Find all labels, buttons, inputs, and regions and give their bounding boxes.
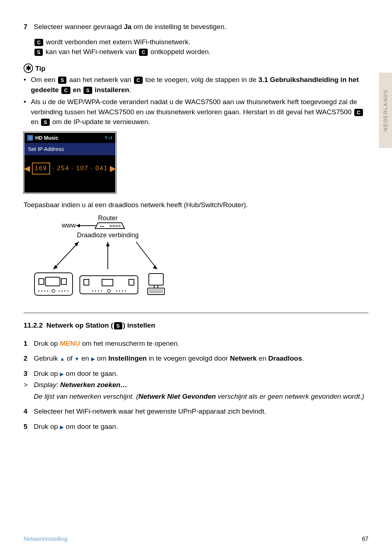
svg-rect-40 bbox=[149, 274, 163, 285]
side-tab-label: NEDERLANDS bbox=[382, 89, 389, 131]
right-arrow-icon bbox=[60, 424, 64, 430]
display-result-1: > Display: Netwerken zoeken… bbox=[24, 380, 368, 390]
badge-c-icon: C bbox=[134, 77, 143, 84]
svg-point-31 bbox=[107, 290, 110, 292]
badge-s-icon: S bbox=[83, 87, 92, 94]
svg-point-20 bbox=[41, 291, 42, 292]
result-line-c: C wordt verbonden met extern WiFi-thuisn… bbox=[34, 37, 368, 47]
section-divider bbox=[24, 313, 368, 313]
tip-heading: ✱ Tip bbox=[24, 63, 368, 74]
ip-left-arrow-icon: ◀ bbox=[24, 163, 30, 174]
badge-s-icon: S bbox=[58, 77, 66, 84]
svg-marker-1 bbox=[76, 224, 80, 227]
svg-point-24 bbox=[62, 291, 63, 292]
device-top-bar: ♫ HD Music Y.ıl bbox=[24, 133, 115, 143]
svg-point-26 bbox=[68, 291, 69, 292]
badge-s-icon: S bbox=[114, 322, 122, 329]
www-label: www bbox=[61, 222, 76, 229]
page-footer: Netwerkinstelling 67 bbox=[24, 535, 368, 543]
badge-c-icon: C bbox=[354, 109, 363, 116]
svg-point-34 bbox=[98, 291, 99, 292]
svg-point-32 bbox=[92, 291, 93, 292]
svg-point-33 bbox=[95, 291, 96, 292]
badge-c-icon: C bbox=[61, 87, 70, 94]
ip-octet-3: 107 bbox=[76, 164, 89, 173]
svg-rect-29 bbox=[102, 279, 113, 286]
svg-point-22 bbox=[47, 291, 48, 292]
svg-rect-6 bbox=[119, 225, 120, 227]
right-arrow-icon bbox=[60, 371, 64, 377]
wireless-label: Draadloze verbinding bbox=[77, 231, 139, 239]
menu-button-label: MENU bbox=[60, 340, 80, 347]
badge-c-icon: C bbox=[139, 49, 148, 56]
svg-point-23 bbox=[59, 291, 60, 292]
ip-right-arrow-icon: ▶ bbox=[110, 163, 115, 174]
music-note-icon: ♫ bbox=[27, 135, 33, 141]
result-lines: C wordt verbonden met extern WiFi-thuisn… bbox=[34, 37, 368, 57]
svg-point-36 bbox=[116, 291, 117, 292]
svg-rect-4 bbox=[113, 225, 114, 227]
footer-page-number: 67 bbox=[362, 535, 368, 543]
svg-point-19 bbox=[38, 291, 40, 292]
device-header-text: HD Music bbox=[35, 134, 58, 141]
svg-point-21 bbox=[44, 291, 45, 292]
ip-octet-4: 041 bbox=[95, 164, 108, 173]
svg-rect-30 bbox=[129, 279, 134, 285]
step-body: Selecteer wanneer gevraagd Ja om de inst… bbox=[34, 22, 368, 32]
footer-section-name: Netwerkinstelling bbox=[24, 535, 68, 543]
section-heading: 11.2.2 Netwerk op Station (S) instellen bbox=[24, 320, 368, 331]
badge-s-icon: S bbox=[41, 119, 49, 126]
language-side-tab: NEDERLANDS bbox=[379, 73, 392, 148]
tip-label: Tip bbox=[35, 63, 45, 74]
step-5: 5 Druk op om door te gaan. bbox=[24, 422, 368, 432]
svg-line-7 bbox=[53, 242, 79, 269]
tip-item: Om een S aan het netwerk van C toe te vo… bbox=[24, 75, 368, 95]
down-arrow-icon bbox=[74, 356, 79, 362]
result-line-s: S kan van het WiFi-netwerk van C ontkopp… bbox=[34, 47, 368, 57]
svg-point-38 bbox=[122, 291, 123, 292]
router-label: Router bbox=[98, 215, 118, 222]
svg-point-37 bbox=[119, 291, 120, 292]
svg-point-18 bbox=[52, 290, 55, 292]
device-screen-title: Set IP Address bbox=[24, 143, 115, 155]
ip-octet-2: 254 bbox=[57, 164, 69, 173]
step-number: 7 bbox=[24, 22, 34, 32]
svg-rect-17 bbox=[61, 279, 66, 284]
svg-marker-13 bbox=[153, 265, 157, 269]
ip-octet-1: 169 bbox=[32, 163, 50, 175]
step-4: 4 Selecteer het WiFi-netwerk waar het ge… bbox=[24, 406, 368, 416]
display-result-2: De lijst van netwerken verschijnt. (Netw… bbox=[24, 391, 368, 402]
step-1: 1 Druk op MENU om het menuscherm te open… bbox=[24, 338, 368, 349]
device-screenshot: ♫ HD Music Y.ıl Set IP Address ◀ 169 · 2… bbox=[24, 132, 116, 193]
svg-rect-3 bbox=[110, 225, 111, 227]
step-7: 7 Selecteer wanneer gevraagd Ja om de in… bbox=[24, 22, 368, 32]
svg-line-12 bbox=[136, 242, 157, 269]
right-arrow-icon bbox=[91, 356, 95, 362]
svg-rect-28 bbox=[84, 279, 89, 285]
badge-s-icon: S bbox=[34, 49, 43, 56]
svg-point-39 bbox=[125, 291, 126, 292]
section-title: Netwerk op Station (S) instellen bbox=[46, 320, 155, 331]
network-diagram: Router www Draadloze verbinding bbox=[27, 215, 165, 302]
up-arrow-icon bbox=[60, 356, 65, 362]
svg-rect-5 bbox=[116, 225, 117, 227]
svg-marker-11 bbox=[106, 242, 110, 246]
step-3: 3 Druk op om door te gaan. bbox=[24, 369, 368, 379]
svg-point-35 bbox=[101, 291, 102, 292]
step-2: 2 Gebruik of en om Instellingen in te vo… bbox=[24, 353, 368, 364]
device-ip-row: ◀ 169 · 254 · 107 · 041 ▶ bbox=[24, 155, 115, 193]
applicable-paragraph: Toepasbaar indien u al een draadloos net… bbox=[24, 200, 368, 210]
svg-rect-15 bbox=[39, 279, 44, 284]
tip-icon: ✱ bbox=[24, 63, 33, 73]
tip-item: Als u de de WEP/WPA-code verandert nadat… bbox=[24, 97, 368, 127]
badge-c-icon: C bbox=[34, 39, 43, 46]
tip-list: Om een S aan het netwerk van C toe te vo… bbox=[24, 75, 368, 127]
wifi-signal-icon: Y.ıl bbox=[105, 135, 113, 141]
svg-point-25 bbox=[65, 291, 66, 292]
section-number: 11.2.2 bbox=[24, 320, 43, 331]
svg-rect-16 bbox=[45, 277, 60, 286]
